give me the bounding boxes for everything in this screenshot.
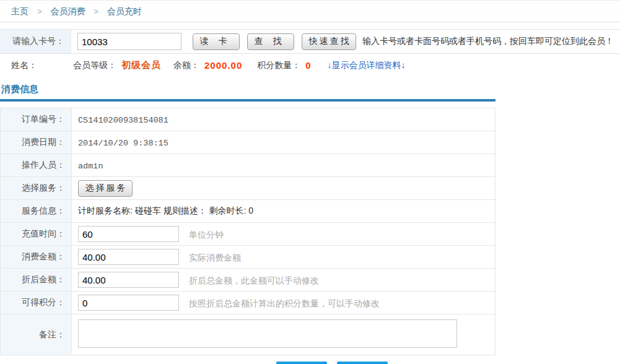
balance-value: 2000.00 bbox=[204, 60, 242, 71]
breadcrumb: 主页 > 会员消费 > 会员充时 bbox=[0, 0, 620, 22]
card-number-input[interactable] bbox=[77, 33, 181, 50]
card-search-hint: 输入卡号或者卡面号码或者手机号码，按回车即可定位到此会员！ bbox=[362, 36, 614, 47]
table-row-service-info: 服务信息： 计时服务名称: 碰碰车 规则描述： 剩余时长: 0 bbox=[1, 200, 496, 223]
reset-button[interactable]: 重置 bbox=[337, 362, 388, 364]
operator-value: admin bbox=[78, 162, 103, 171]
service-info-value: 计时服务名称: 碰碰车 规则描述： 剩余时长: 0 bbox=[78, 206, 253, 215]
points-label: 积分数量： bbox=[257, 60, 300, 71]
discount-amount-hint: 折后总金额，此金额可以手动修改 bbox=[189, 275, 319, 285]
settle-button[interactable]: 结算 bbox=[276, 362, 327, 364]
remark-textarea[interactable] bbox=[78, 319, 457, 348]
consume-info-table: 订单编号： CS1410200938154081 消费日期： 2014/10/2… bbox=[0, 108, 496, 355]
select-service-label: 选择服务： bbox=[1, 177, 72, 200]
table-row-points-earned: 可得积分： 按照折后总金额计算出的积分数量，可以手动修改 bbox=[1, 292, 496, 314]
breadcrumb-separator: > bbox=[94, 7, 98, 16]
member-level-label: 会员等级： bbox=[73, 60, 116, 71]
consume-amount-input[interactable] bbox=[78, 249, 179, 265]
table-row-operator: 操作人员： admin bbox=[1, 154, 496, 177]
remark-label: 备注： bbox=[1, 314, 72, 355]
points-earned-label: 可得积分： bbox=[1, 292, 72, 314]
member-level-value: 初级会员 bbox=[121, 59, 161, 71]
quick-find-button[interactable]: 快速查找 bbox=[302, 33, 356, 50]
footer-actions: 发送短信 打印小票 结算 重置 bbox=[0, 361, 620, 364]
points-earned-hint: 按照折后总金额计算出的积分数量，可以手动修改 bbox=[189, 298, 380, 308]
breadcrumb-item-home[interactable]: 主页 bbox=[11, 6, 28, 16]
table-row-remark: 备注： bbox=[1, 314, 496, 355]
find-button[interactable]: 查找 bbox=[247, 33, 294, 50]
table-row-select-service: 选择服务： 选择服务 bbox=[1, 177, 496, 200]
discount-amount-label: 折后金额： bbox=[1, 269, 72, 292]
table-row-consume-date: 消费日期： 2014/10/20 9:38:15 bbox=[1, 131, 496, 154]
card-number-label: 请输入卡号： bbox=[0, 30, 71, 53]
table-row-consume-amount: 消费金额： 实际消费金额 bbox=[1, 246, 496, 269]
consume-date-label: 消费日期： bbox=[1, 131, 72, 154]
order-no-label: 订单编号： bbox=[1, 108, 72, 131]
table-row-recharge-time: 充值时间： 单位分钟 bbox=[1, 223, 496, 246]
consume-amount-hint: 实际消费金额 bbox=[189, 253, 241, 262]
table-row-discount-amount: 折后金额： 折后总金额，此金额可以手动修改 bbox=[1, 269, 496, 292]
member-detail-link[interactable]: ↓显示会员详细资料↓ bbox=[328, 60, 406, 71]
consume-amount-label: 消费金额： bbox=[1, 246, 72, 269]
discount-amount-input[interactable] bbox=[78, 272, 179, 288]
breadcrumb-item-member-recharge[interactable]: 会员充时 bbox=[107, 6, 142, 16]
section-title-consume-info: 消费信息 bbox=[0, 77, 620, 99]
card-search-row: 请输入卡号： 读卡 查找 快速查找 输入卡号或者卡面号码或者手机号码，按回车即可… bbox=[0, 29, 620, 54]
table-row-order-no: 订单编号： CS1410200938154081 bbox=[1, 108, 496, 131]
breadcrumb-item-member-consume[interactable]: 会员消费 bbox=[50, 6, 85, 16]
recharge-time-input[interactable] bbox=[78, 226, 179, 242]
balance-label: 余额： bbox=[173, 60, 199, 71]
section-divider bbox=[0, 99, 496, 102]
member-info-row: 姓名： 会员等级： 初级会员 余额： 2000.00 积分数量： 0 ↓显示会员… bbox=[0, 54, 620, 77]
breadcrumb-separator: > bbox=[37, 7, 42, 16]
order-no-value: CS1410200938154081 bbox=[78, 116, 168, 125]
points-earned-input[interactable] bbox=[78, 295, 179, 311]
member-name-label: 姓名： bbox=[11, 60, 37, 71]
consume-date-value: 2014/10/20 9:38:15 bbox=[78, 139, 168, 148]
read-card-button[interactable]: 读卡 bbox=[193, 33, 240, 50]
recharge-time-label: 充值时间： bbox=[1, 223, 72, 246]
service-info-label: 服务信息： bbox=[1, 200, 72, 223]
recharge-time-hint: 单位分钟 bbox=[189, 230, 224, 240]
select-service-button[interactable]: 选择服务 bbox=[78, 180, 133, 197]
points-value: 0 bbox=[305, 60, 311, 71]
operator-label: 操作人员： bbox=[1, 154, 72, 177]
